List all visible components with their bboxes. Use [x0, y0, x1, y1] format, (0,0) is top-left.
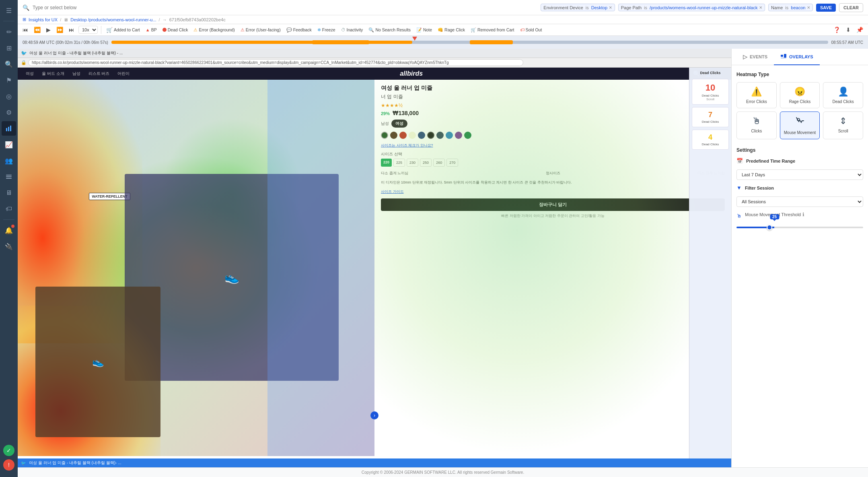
filter-tag-pagepath[interactable]: Page Path is /products/womens-wool-runne…: [618, 4, 765, 11]
event-feedback[interactable]: 💬 Feedback: [285, 27, 313, 33]
users-icon[interactable]: 👥: [2, 153, 16, 168]
note-add-button[interactable]: 📌: [855, 26, 865, 34]
skip-to-start-button[interactable]: ⏮: [21, 26, 30, 34]
settings-icon[interactable]: ⚙: [2, 105, 16, 120]
heatmap-type-error-clicks[interactable]: ⚠️ Error Clicks: [736, 82, 777, 108]
gender-selected-women: 여성: [391, 120, 407, 128]
save-button[interactable]: SAVE: [816, 4, 836, 12]
added-to-cart-icon: 🛒: [106, 27, 113, 33]
plug-icon[interactable]: 🔌: [2, 239, 16, 254]
clear-button[interactable]: CLEAR: [839, 3, 863, 12]
product-description: 이 디자인은 10mm 단위로 재정됩니다. 5mm 단위의 사이즈를 착용하고…: [381, 180, 725, 185]
event-removed-from-cart[interactable]: 🛒 Removed from Cart: [469, 27, 516, 33]
timeline-track-container[interactable]: [108, 36, 831, 49]
help-button[interactable]: ❓: [832, 26, 842, 34]
skip-to-end-button[interactable]: ⏭: [67, 26, 76, 34]
no-search-results-label: No Search Results: [375, 27, 411, 32]
threshold-slider[interactable]: [736, 227, 863, 228]
dead-clicks-type-label: Dead Clicks: [832, 99, 854, 104]
size-230[interactable]: 230: [407, 159, 418, 167]
threshold-info-icon[interactable]: ℹ: [802, 212, 804, 217]
scroll-type-icon: ⇕: [839, 116, 847, 126]
inactivity-icon: ⏱: [341, 27, 346, 32]
time-range-select[interactable]: Last 7 Days Last 30 Days Last 90 Days Cu…: [736, 169, 863, 180]
size-260[interactable]: 260: [433, 159, 445, 167]
breadcrumb-page-path[interactable]: Desktop /products/womens-wool-runner-u..…: [70, 17, 156, 22]
event-no-search-results[interactable]: 🔍 No Search Results: [367, 27, 412, 33]
analytics-icon[interactable]: [2, 121, 16, 136]
speed-select[interactable]: 1x 2x 5x 10x: [78, 26, 98, 34]
flag-icon[interactable]: ⚑: [2, 73, 16, 87]
filter-input[interactable]: [33, 5, 537, 10]
hamburger-menu-icon[interactable]: ☰: [2, 3, 16, 18]
browser-address-bar: 🔒 https://allbirds.co.kr/products/womens…: [18, 58, 731, 68]
event-added-to-cart[interactable]: 🛒 Added to Cart: [105, 27, 142, 33]
monitor-icon[interactable]: 🖥: [2, 186, 16, 200]
event-bp[interactable]: ▲ BP: [144, 27, 158, 33]
controls-bar: ⏮ ⏪ ▶ ⏩ ⏭ 1x 2x 5x 10x 🛒 Added to Cart ▲…: [18, 24, 868, 36]
svg-rect-8: [781, 58, 786, 58]
expand-content-button[interactable]: ›: [370, 411, 378, 419]
size-options: 220 225 230 250 260 270: [381, 159, 725, 167]
product-area: WATER-REPELLENT 👟 👟: [18, 80, 731, 456]
heatmap-type-rage-clicks[interactable]: 😠 Rage Clicks: [780, 82, 820, 108]
size-250[interactable]: 250: [420, 159, 432, 167]
filter-tag-environment[interactable]: Environment Device is Desktop ×: [541, 4, 615, 11]
calendar-icon: 📅: [736, 158, 743, 164]
rage-clicks-type-icon: 😠: [794, 87, 805, 97]
color-purple: [455, 132, 462, 139]
event-error-user-facing[interactable]: ⚠ Error (User-facing): [239, 27, 282, 33]
size-220[interactable]: 220: [381, 159, 392, 167]
size-guide-link[interactable]: 사이즈는 사이즈 체크가 안나요?: [381, 143, 725, 148]
step-back-button[interactable]: ⏪: [32, 26, 42, 34]
event-error-background[interactable]: ⚠ Error (Background): [192, 27, 236, 33]
event-sold-out[interactable]: 🏷 Sold Out: [518, 27, 544, 33]
event-inactivity[interactable]: ⏱ Inactivity: [339, 27, 365, 33]
search-icon[interactable]: 🔍: [2, 57, 16, 71]
filter-tag-name[interactable]: Name is beacon ×: [768, 4, 813, 11]
filter-tag-op-environment: is: [586, 5, 589, 10]
filter-tag-close-name[interactable]: ×: [807, 5, 810, 10]
size-270[interactable]: 270: [446, 159, 458, 167]
event-freeze[interactable]: ❄ Freeze: [316, 27, 337, 33]
chart-icon[interactable]: 📈: [2, 137, 16, 152]
tag-icon[interactable]: 🏷: [2, 202, 16, 216]
heatmap-type-mouse-movement[interactable]: Mouse Movement: [780, 112, 820, 139]
event-dead-click[interactable]: Dead Click: [161, 27, 190, 33]
size-225[interactable]: 225: [393, 159, 405, 167]
add-to-cart-button[interactable]: 장바구니 담기: [381, 198, 725, 211]
tab-events[interactable]: ▷ EVENTS: [736, 49, 774, 65]
tab-overlays[interactable]: OVERLAYS: [774, 49, 820, 65]
step-forward-button[interactable]: ⏩: [55, 26, 65, 34]
play-button[interactable]: ▶: [45, 26, 52, 34]
breadcrumb-insights[interactable]: Insights for UX: [29, 17, 58, 22]
timeline-time-left: 08:48:59 AM UTC (00h 02m 31s / 00h 06m 5…: [18, 40, 108, 45]
filter-tag-close-environment[interactable]: ×: [609, 5, 612, 10]
website-frame: 여성 올 버드 소개 남성 리스트 버즈 어린이 allbirds 🔍 👤 🛒: [18, 68, 731, 458]
event-note[interactable]: 📝 Note: [415, 27, 434, 33]
bell-icon[interactable]: 🔔: [2, 223, 16, 237]
download-button[interactable]: ⬇: [844, 26, 852, 34]
dashboard-icon[interactable]: ⊞: [2, 41, 16, 55]
sold-out-icon: 🏷: [520, 27, 525, 32]
viewer-bottom-icon: 🐦: [21, 461, 26, 465]
size-guide-link-2[interactable]: 사이즈 가이드: [381, 189, 725, 194]
clicks-type-label: Clicks: [751, 129, 762, 133]
event-rage-click[interactable]: 👊 Rage Click: [436, 27, 467, 33]
edit-icon[interactable]: ✏: [2, 25, 16, 39]
layers-icon[interactable]: [2, 169, 16, 184]
dead-click-label: Dead Click: [168, 27, 188, 32]
target-icon[interactable]: ◎: [2, 89, 16, 103]
filter-tag-close-pagepath[interactable]: ×: [759, 5, 762, 10]
heatmap-type-scroll[interactable]: ⇕ Scroll: [823, 112, 863, 139]
width-narrow: 다소 좁게 느끼심: [381, 171, 408, 176]
tab-events-label: EVENTS: [750, 54, 767, 59]
gender-label: 남성: [381, 121, 389, 126]
width-normal: 정사이즈: [546, 171, 560, 176]
color-dark-gray: [436, 132, 444, 139]
filter-session-icon: ▼: [736, 185, 742, 191]
timeline-track[interactable]: [111, 41, 828, 44]
heatmap-type-clicks[interactable]: 🖱 Clicks: [736, 112, 777, 139]
filter-session-select[interactable]: All Sessions With Rage Clicks With Dead …: [736, 196, 863, 207]
heatmap-type-dead-clicks[interactable]: 👤 Dead Clicks: [823, 82, 863, 108]
